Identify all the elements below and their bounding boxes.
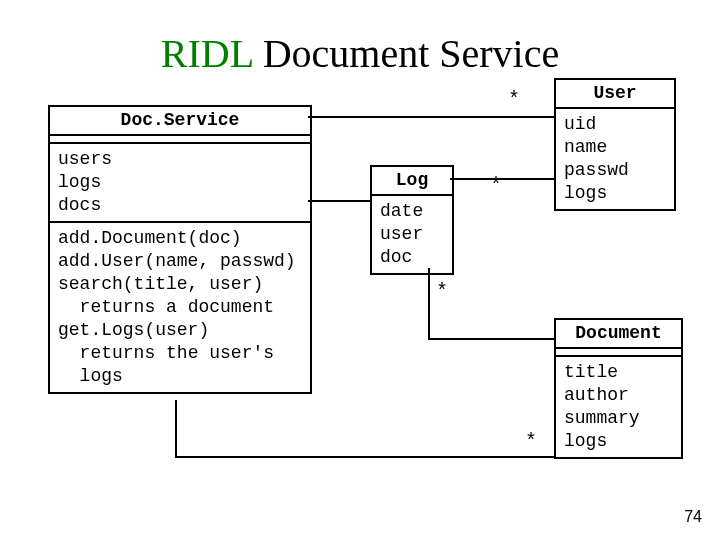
mult-ds-document: * xyxy=(525,430,537,453)
mult-log-document: * xyxy=(436,280,448,303)
attr: title xyxy=(564,361,673,384)
page-title: RIDL Document Service xyxy=(0,30,720,77)
attr: name xyxy=(564,136,666,159)
title-green: RIDL xyxy=(161,31,253,76)
attr: summary xyxy=(564,407,673,430)
class-doc-service: Doc.Service users logs docs add.Document… xyxy=(48,105,312,394)
assoc-log-document-v xyxy=(428,268,430,340)
attr: uid xyxy=(564,113,666,136)
mult-docservice-user: * xyxy=(508,88,520,111)
attr: date xyxy=(380,200,444,223)
assoc-log-document-h xyxy=(428,338,554,340)
diagram-stage: RIDL Document Service Doc.Service users … xyxy=(0,0,720,540)
class-log-name: Log xyxy=(372,167,452,196)
class-document-attrs: title author summary logs xyxy=(556,355,681,457)
class-log-attrs: date user doc xyxy=(372,196,452,273)
attr: users xyxy=(58,148,302,171)
page-number: 74 xyxy=(684,508,702,526)
class-doc-service-name: Doc.Service xyxy=(50,107,310,136)
attr: author xyxy=(564,384,673,407)
class-doc-service-attrs: users logs docs xyxy=(50,142,310,221)
attr: passwd xyxy=(564,159,666,182)
class-doc-service-ops: add.Document(doc) add.User(name, passwd)… xyxy=(50,221,310,392)
assoc-docservice-log xyxy=(308,200,370,202)
class-user-attrs: uid name passwd logs xyxy=(556,109,674,209)
attr: logs xyxy=(58,171,302,194)
class-document-name: Document xyxy=(556,320,681,349)
title-black: Document Service xyxy=(263,31,560,76)
assoc-ds-doc-v1 xyxy=(175,400,177,458)
attr: logs xyxy=(564,430,673,453)
mult-log-user: * xyxy=(490,174,502,197)
attr: doc xyxy=(380,246,444,269)
class-user-name: User xyxy=(556,80,674,109)
class-user: User uid name passwd logs xyxy=(554,78,676,211)
assoc-docservice-user xyxy=(308,116,554,118)
class-log: Log date user doc xyxy=(370,165,454,275)
class-document: Document title author summary logs xyxy=(554,318,683,459)
attr: user xyxy=(380,223,444,246)
attr: docs xyxy=(58,194,302,217)
assoc-ds-doc-h xyxy=(175,456,554,458)
attr: logs xyxy=(564,182,666,205)
